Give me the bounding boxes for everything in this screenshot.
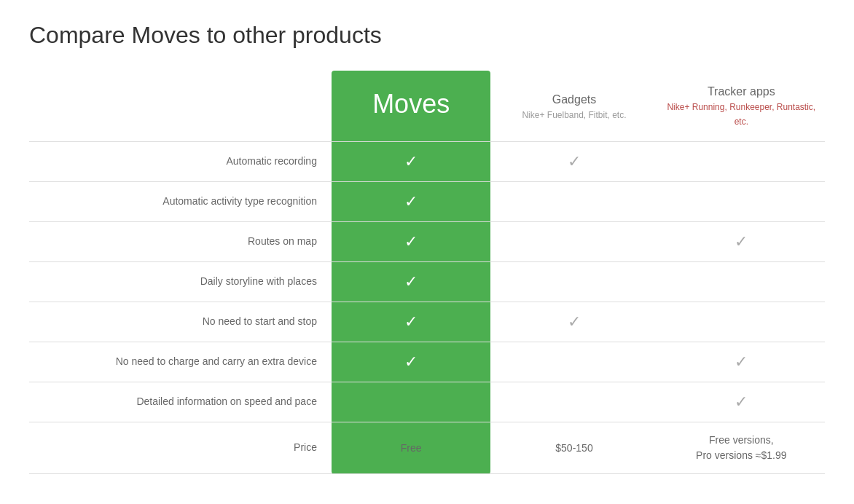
- feature-cell: No need to charge and carry an extra dev…: [29, 342, 332, 382]
- gadgets-checkmark-icon: ✓: [568, 152, 581, 171]
- table-row: No need to start and stop✓✓: [29, 302, 825, 342]
- moves-check-cell: ✓: [332, 142, 490, 182]
- feature-header: [29, 71, 332, 142]
- moves-checkmark-icon: ✓: [404, 312, 418, 331]
- moves-header: Moves: [332, 71, 490, 142]
- gadgets-check-cell: [490, 382, 657, 422]
- table-row: Automatic activity type recognition✓: [29, 182, 825, 222]
- tracker-check-cell: [658, 262, 825, 302]
- table-row: Automatic recording✓✓: [29, 142, 825, 182]
- gadgets-header: Gadgets Nike+ Fuelband, Fitbit, etc.: [490, 71, 657, 142]
- gadgets-check-cell: [490, 262, 657, 302]
- tracker-check-cell: [658, 142, 825, 182]
- table-row: Detailed information on speed and pace✓: [29, 382, 825, 422]
- feature-cell: No need to start and stop: [29, 302, 332, 342]
- moves-checkmark-icon: ✓: [404, 152, 418, 171]
- page-title: Compare Moves to other products: [29, 22, 825, 49]
- gadgets-check-cell: [490, 182, 657, 222]
- feature-cell: Detailed information on speed and pace: [29, 382, 332, 422]
- moves-check-cell: ✓: [332, 302, 490, 342]
- table-header-row: Moves Gadgets Nike+ Fuelband, Fitbit, et…: [29, 71, 825, 142]
- moves-checkmark-icon: ✓: [404, 353, 418, 371]
- gadgets-price-cell: $50-150: [490, 422, 657, 474]
- table-row: No need to charge and carry an extra dev…: [29, 342, 825, 382]
- tracker-main-label: Tracker apps: [667, 83, 816, 101]
- gadgets-sub-label: Nike+ Fuelband, Fitbit, etc.: [499, 109, 649, 122]
- tracker-check-cell: ✓: [658, 382, 825, 422]
- moves-checkmark-icon: ✓: [404, 272, 418, 291]
- gadgets-check-cell: ✓: [490, 302, 657, 342]
- table-row: PriceFree$50-150Free versions,Pro versio…: [29, 422, 825, 474]
- tracker-check-cell: ✓: [658, 342, 825, 382]
- tracker-checkmark-icon: ✓: [734, 232, 748, 251]
- moves-label: Moves: [372, 89, 450, 119]
- tracker-check-cell: [658, 302, 825, 342]
- feature-cell: Routes on map: [29, 222, 332, 262]
- moves-checkmark-icon: ✓: [404, 232, 418, 251]
- gadgets-check-cell: [490, 342, 657, 382]
- feature-cell: Price: [29, 422, 332, 474]
- moves-check-cell: ✓: [332, 342, 490, 382]
- tracker-header: Tracker apps Nike+ Running, Runkeeper, R…: [658, 71, 825, 142]
- feature-cell: Automatic recording: [29, 142, 332, 182]
- moves-price-cell: Free: [332, 422, 490, 474]
- moves-checkmark-icon: ✓: [404, 192, 418, 211]
- moves-check-cell: [332, 382, 490, 422]
- tracker-checkmark-icon: ✓: [734, 393, 748, 412]
- gadgets-main-label: Gadgets: [499, 91, 649, 109]
- tracker-check-cell: ✓: [658, 222, 825, 262]
- gadgets-check-cell: ✓: [490, 142, 657, 182]
- tracker-sub-label: Nike+ Running, Runkeeper, Runtastic, etc…: [667, 101, 816, 128]
- table-row: Routes on map✓✓: [29, 222, 825, 262]
- tracker-check-cell: [658, 182, 825, 222]
- moves-check-cell: ✓: [332, 262, 490, 302]
- moves-check-cell: ✓: [332, 182, 490, 222]
- table-row: Daily storyline with places✓: [29, 262, 825, 302]
- tracker-checkmark-icon: ✓: [734, 353, 748, 371]
- feature-cell: Automatic activity type recognition: [29, 182, 332, 222]
- comparison-table: Moves Gadgets Nike+ Fuelband, Fitbit, et…: [29, 71, 825, 474]
- feature-cell: Daily storyline with places: [29, 262, 332, 302]
- gadgets-check-cell: [490, 222, 657, 262]
- moves-check-cell: ✓: [332, 222, 490, 262]
- tracker-price-cell: Free versions,Pro versions ≈$1.99: [658, 422, 825, 474]
- gadgets-checkmark-icon: ✓: [568, 312, 581, 331]
